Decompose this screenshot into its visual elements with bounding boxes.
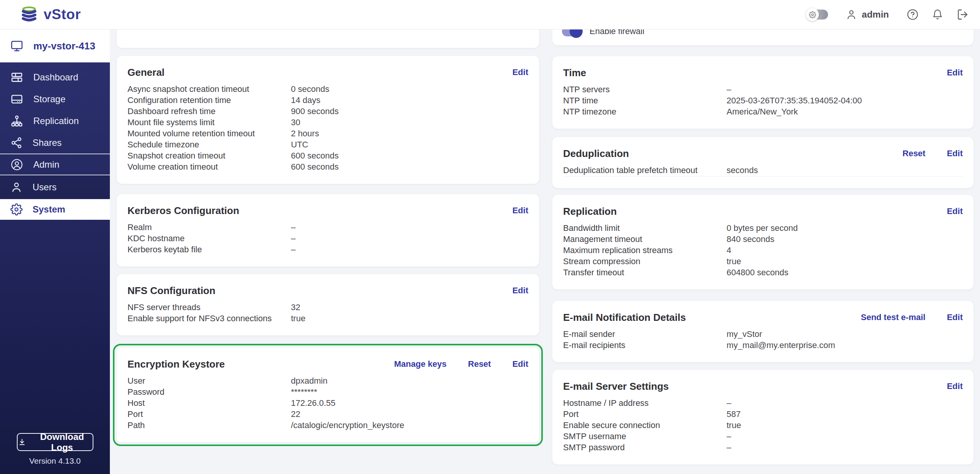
setting-value: 172.26.0.55	[291, 397, 528, 409]
setting-label: NTP timezone	[563, 106, 727, 117]
edit-deduplication-link[interactable]: Edit	[947, 149, 963, 159]
system-gear-icon	[10, 203, 23, 216]
setting-value: 840 seconds	[727, 234, 963, 245]
sidebar-item-system[interactable]: System	[0, 199, 110, 220]
help-icon	[906, 8, 919, 21]
edit-email-notification-link[interactable]: Edit	[947, 312, 963, 322]
setting-label: NTP servers	[563, 84, 727, 95]
manage-keys-link[interactable]: Manage keys	[394, 359, 447, 369]
setting-row: SMTP password–	[563, 442, 963, 453]
shares-icon	[10, 137, 23, 149]
setting-label: Management timeout	[563, 234, 727, 245]
card-title: Kerberos Configuration	[127, 204, 239, 217]
firewall-toggle[interactable]	[562, 29, 581, 36]
send-test-email-link[interactable]: Send test e-mail	[861, 312, 926, 322]
edit-time-link[interactable]: Edit	[947, 68, 963, 78]
notifications-button[interactable]	[932, 8, 943, 21]
setting-value: true	[291, 313, 528, 324]
setting-row: E-mail sendermy_vStor	[563, 329, 963, 340]
setting-row: Stream compressiontrue	[563, 256, 963, 267]
setting-label: Maximum replication streams	[563, 245, 727, 256]
reset-deduplication-link[interactable]: Reset	[903, 149, 926, 159]
setting-value: –	[291, 233, 528, 244]
edit-general-link[interactable]: Edit	[512, 67, 528, 77]
time-card: Time Edit NTP servers– NTP time2025-03-2…	[552, 56, 973, 129]
sidebar-item-hostname[interactable]: my-vstor-413	[0, 29, 110, 62]
edit-replication-link[interactable]: Edit	[947, 206, 963, 216]
setting-value: America/New_York	[727, 106, 963, 117]
setting-value: –	[727, 397, 963, 409]
setting-label: SMTP username	[563, 431, 727, 442]
setting-label: User	[127, 375, 291, 386]
main-content: General Edit Async snapshot creation tim…	[110, 29, 980, 474]
setting-value: true	[727, 256, 963, 267]
setting-value: 900 seconds	[291, 106, 528, 117]
setting-value: 14 days	[291, 95, 528, 106]
setting-label: Enable secure connection	[563, 420, 727, 431]
logout-button[interactable]	[956, 8, 969, 21]
setting-value: dpxadmin	[291, 375, 528, 386]
brand-text: vStor	[44, 7, 81, 23]
setting-row: Realm–	[127, 222, 528, 233]
reset-encryption-link[interactable]: Reset	[468, 359, 491, 369]
edit-nfs-link[interactable]: Edit	[512, 286, 528, 296]
setting-label: Mounted volume retention timeout	[127, 128, 291, 139]
setting-value: 4	[727, 245, 963, 256]
help-button[interactable]	[906, 8, 919, 21]
edit-email-server-link[interactable]: Edit	[947, 381, 963, 391]
setting-row: Kerberos keytab file–	[127, 244, 528, 255]
setting-value: –	[727, 442, 963, 453]
setting-value: 600 seconds	[291, 150, 528, 161]
setting-label: NTP time	[563, 95, 727, 106]
deduplication-card: Deduplication Reset Edit Deduplication t…	[552, 137, 973, 188]
edit-kerberos-link[interactable]: Edit	[512, 206, 528, 216]
card-title: Replication	[563, 205, 617, 218]
setting-row: Snapshot creation timeout600 seconds	[127, 150, 528, 161]
setting-value: –	[291, 244, 528, 255]
setting-label: KDC hostname	[127, 233, 291, 244]
setting-value: 0 bytes per second	[727, 222, 963, 234]
setting-value: ********	[291, 386, 528, 397]
sidebar-item-label: System	[33, 204, 65, 215]
setting-value: 0 seconds	[291, 83, 528, 95]
hostname-label: my-vstor-413	[33, 40, 95, 52]
firewall-card-partial: Enable firewall	[552, 29, 973, 45]
setting-label: Dashboard refresh time	[127, 106, 291, 117]
setting-label: Snapshot creation timeout	[127, 150, 291, 161]
setting-row: E-mail recipientsmy_mail@my.enterprise.c…	[563, 340, 963, 351]
setting-row: Maximum replication streams4	[563, 245, 963, 256]
setting-value: –	[291, 222, 528, 233]
replication-card: Replication Edit Bandwidth limit0 bytes …	[552, 195, 973, 289]
monitor-icon	[10, 39, 23, 52]
bell-icon	[932, 8, 943, 21]
users-icon	[10, 181, 23, 193]
sidebar-item-label: Shares	[33, 137, 62, 148]
setting-value: 22	[291, 409, 528, 420]
setting-row: NTP timezoneAmerica/New_York	[563, 106, 963, 117]
setting-value: seconds	[727, 165, 963, 176]
toggle-knob	[570, 29, 583, 38]
sidebar-item-users[interactable]: Users	[0, 175, 110, 199]
user-menu[interactable]: admin	[846, 9, 889, 20]
sidebar-item-dashboard[interactable]: Dashboard	[0, 66, 110, 88]
card-title: General	[127, 66, 165, 79]
edit-encryption-link[interactable]: Edit	[512, 359, 528, 369]
sidebar-item-storage[interactable]: Storage	[0, 88, 110, 110]
setting-value: my_mail@my.enterprise.com	[727, 340, 963, 351]
download-logs-button[interactable]: Download Logs	[17, 433, 93, 451]
email-notification-card: E-mail Notification Details Send test e-…	[552, 301, 973, 362]
vstor-logo-icon	[20, 6, 38, 23]
sidebar-item-replication[interactable]: Replication	[0, 110, 110, 132]
setting-row: Bandwidth limit0 bytes per second	[563, 222, 963, 234]
settings-mode-toggle[interactable]	[807, 10, 828, 20]
card-title: Time	[563, 66, 586, 79]
sidebar-item-admin[interactable]: Admin	[0, 154, 110, 175]
sidebar-item-shares[interactable]: Shares	[0, 132, 110, 154]
setting-row: Dashboard refresh time900 seconds	[127, 106, 528, 117]
setting-row: Port22	[127, 409, 528, 420]
setting-value: 2025-03-26T07:35:35.194052-04:00	[727, 95, 963, 106]
download-logs-label: Download Logs	[32, 432, 93, 453]
setting-row: Deduplication table prefetch timeoutseco…	[563, 165, 963, 177]
setting-row: Volume creation timeout600 seconds	[127, 161, 528, 172]
card-title: NFS Configuration	[127, 284, 216, 297]
